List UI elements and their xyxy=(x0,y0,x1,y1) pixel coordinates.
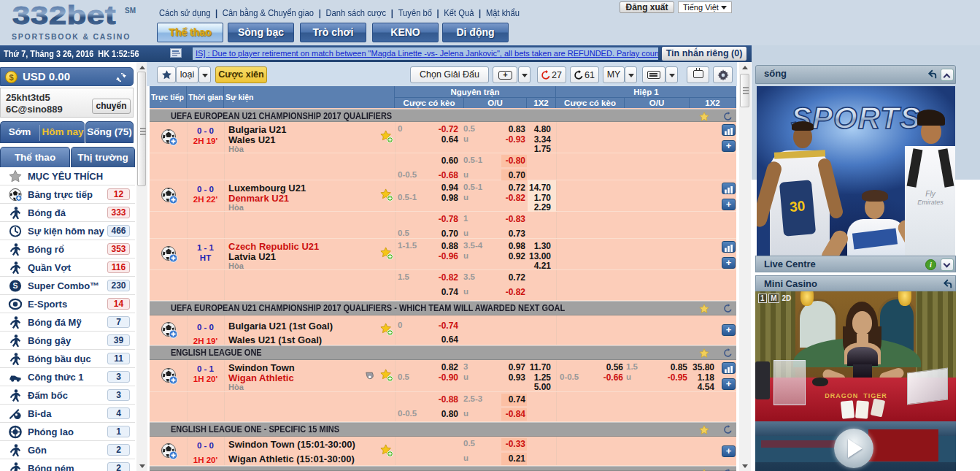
svg-text:332bet: 332bet xyxy=(12,4,116,29)
svg-text:SM: SM xyxy=(125,7,136,15)
svg-text:i: i xyxy=(930,261,932,269)
svg-text:S: S xyxy=(13,282,18,290)
